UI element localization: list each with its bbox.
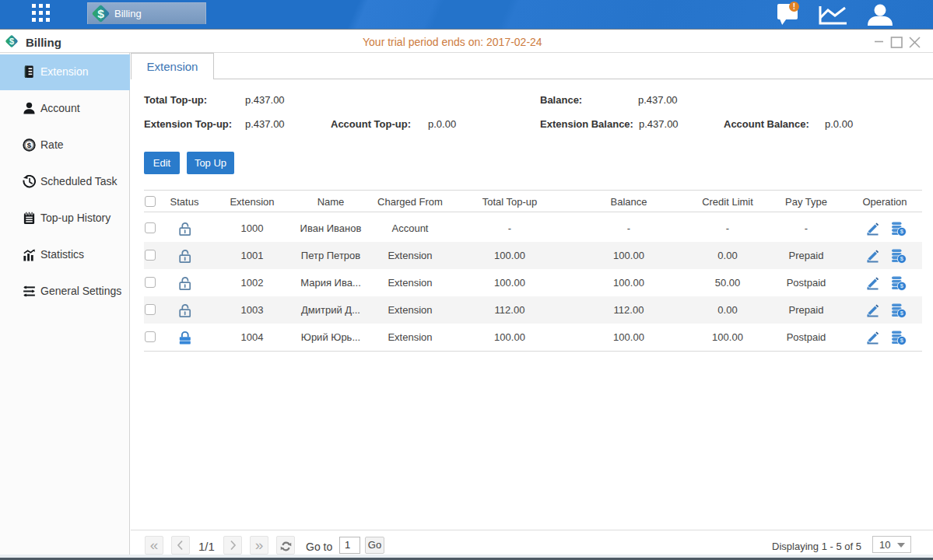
svg-text:$: $ [9,37,14,46]
svg-text:$: $ [97,7,104,20]
